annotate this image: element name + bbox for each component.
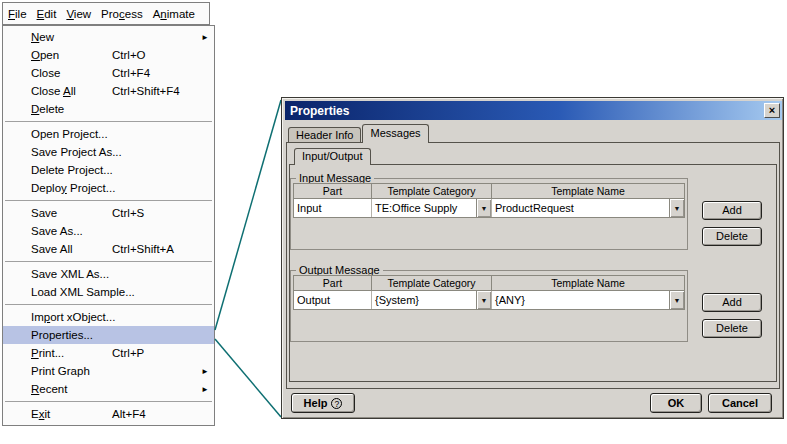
table-body: InputTE:Office Supply▼ProductRequest▼	[294, 199, 684, 217]
menu-item-label: Load XML Sample...	[31, 286, 135, 298]
table-row: InputTE:Office Supply▼ProductRequest▼	[294, 199, 684, 217]
menu-separator	[5, 200, 212, 201]
input-message-buttons: AddDelete	[702, 201, 762, 246]
callout-line-bottom	[215, 339, 281, 417]
menu-item-close-all[interactable]: Close AllCtrl+Shift+F4	[3, 82, 214, 100]
menu-item-label: Import xObject...	[31, 311, 115, 323]
tab-header-info[interactable]: Header Info	[288, 127, 361, 142]
menu-item-label: Save Project As...	[31, 146, 122, 158]
menu-item-open[interactable]: OpenCtrl+O	[3, 46, 214, 64]
menu-item-close[interactable]: CloseCtrl+F4	[3, 64, 214, 82]
column-header-template-name[interactable]: Template Name	[492, 184, 684, 199]
menu-separator	[5, 401, 212, 402]
output-message-group: Output Message PartTemplate CategoryTemp…	[290, 270, 688, 342]
dialog-titlebar[interactable]: Properties ×	[285, 101, 782, 120]
menu-item-label: Delete	[31, 103, 112, 115]
dropdown-arrow-icon[interactable]: ▼	[669, 291, 684, 309]
menu-item-recent[interactable]: Recent►	[3, 380, 214, 398]
menubar-item-edit[interactable]: Edit	[32, 5, 62, 23]
menu-item-label: Recent	[31, 383, 112, 395]
combo-value: {System}	[372, 294, 476, 306]
menu-item-save-project-as[interactable]: Save Project As...	[3, 143, 214, 161]
menu-item-save-all[interactable]: Save AllCtrl+Shift+A	[3, 240, 214, 258]
menu-item-label: Print Graph	[31, 365, 112, 377]
part-cell[interactable]: Input	[294, 199, 372, 217]
menu-item-label: Print...	[31, 347, 112, 359]
dropdown-arrow-icon[interactable]: ▼	[476, 291, 491, 309]
template-name-combo[interactable]: {ANY}▼	[492, 291, 684, 309]
help-button-label: Help	[304, 395, 328, 412]
menu-item-exit[interactable]: ExitAlt+F4	[3, 405, 214, 423]
menu-item-label: Open Project...	[31, 128, 112, 140]
menu-item-shortcut: Ctrl+S	[112, 207, 199, 219]
dialog-title: Properties	[285, 104, 349, 118]
help-button[interactable]: Help ?	[291, 393, 355, 413]
menu-item-shortcut: Alt+F4	[112, 408, 199, 420]
menu-item-label: Close	[31, 67, 112, 79]
column-header-template-category[interactable]: Template Category	[372, 276, 492, 291]
message-tab-strip: Input/Output	[294, 148, 371, 165]
menu-item-label: Close All	[31, 85, 112, 97]
table-header-row: PartTemplate CategoryTemplate Name	[294, 184, 684, 199]
menu-item-save-xml-as[interactable]: Save XML As...	[3, 265, 214, 283]
menubar-item-file[interactable]: File	[3, 5, 32, 23]
combo-value: TE:Office Supply	[372, 202, 476, 214]
menu-item-save[interactable]: SaveCtrl+S	[3, 204, 214, 222]
menu-item-print-graph[interactable]: Print Graph►	[3, 362, 214, 380]
menubar-item-process[interactable]: Process	[96, 5, 148, 23]
properties-dialog: Properties × Header InfoMessages Input/O…	[281, 97, 784, 419]
menu-item-save-as[interactable]: Save As...	[3, 222, 214, 240]
column-header-template-name[interactable]: Template Name	[492, 276, 684, 291]
add-button[interactable]: Add	[702, 293, 762, 312]
menu-item-import-xobject[interactable]: Import xObject...	[3, 308, 214, 326]
close-button[interactable]: ×	[764, 103, 780, 118]
question-mark-glyph: ?	[335, 399, 340, 409]
menu-item-shortcut: Ctrl+P	[112, 347, 199, 359]
template-category-combo[interactable]: {System}▼	[372, 291, 492, 309]
column-header-part[interactable]: Part	[294, 184, 372, 199]
menubar-item-animate[interactable]: Animate	[148, 5, 200, 23]
table-header-row: PartTemplate CategoryTemplate Name	[294, 276, 684, 291]
menu-item-label: Save All	[31, 243, 112, 255]
template-name-combo[interactable]: ProductRequest▼	[492, 199, 684, 217]
column-header-template-category[interactable]: Template Category	[372, 184, 492, 199]
menu-item-open-project[interactable]: Open Project...	[3, 125, 214, 143]
menu-item-delete-project[interactable]: Delete Project...	[3, 161, 214, 179]
dropdown-arrow-icon[interactable]: ▼	[476, 199, 491, 217]
menu-bar: FileEditViewProcessAnimate	[2, 2, 210, 25]
menu-item-new[interactable]: New►	[3, 28, 214, 46]
submenu-arrow-icon: ►	[199, 33, 209, 42]
menubar-item-view[interactable]: View	[61, 5, 96, 23]
menu-separator	[5, 261, 212, 262]
close-icon: ×	[769, 104, 775, 116]
menu-item-load-xml-sample[interactable]: Load XML Sample...	[3, 283, 214, 301]
menu-item-label: New	[31, 31, 112, 43]
tab-messages[interactable]: Messages	[362, 124, 428, 143]
template-category-combo[interactable]: TE:Office Supply▼	[372, 199, 492, 217]
cancel-button[interactable]: Cancel	[708, 393, 772, 413]
menu-item-properties[interactable]: Properties...	[3, 326, 214, 344]
part-cell[interactable]: Output	[294, 291, 372, 309]
column-header-part[interactable]: Part	[294, 276, 372, 291]
menu-item-label: Save	[31, 207, 112, 219]
menu-item-print[interactable]: Print...Ctrl+P	[3, 344, 214, 362]
table-row: Output{System}▼{ANY}▼	[294, 291, 684, 309]
help-icon: ?	[331, 398, 342, 409]
ok-button[interactable]: OK	[650, 393, 702, 413]
submenu-arrow-icon: ►	[199, 367, 209, 376]
file-menu: New►OpenCtrl+OCloseCtrl+F4Close AllCtrl+…	[2, 25, 215, 426]
delete-button[interactable]: Delete	[702, 319, 762, 338]
delete-button[interactable]: Delete	[702, 227, 762, 246]
add-button[interactable]: Add	[702, 201, 762, 220]
ok-button-label: OK	[668, 395, 685, 412]
dropdown-arrow-icon[interactable]: ▼	[669, 199, 684, 217]
menu-item-label: Exit	[31, 408, 112, 420]
menu-item-delete[interactable]: Delete	[3, 100, 214, 118]
menu-item-shortcut: Ctrl+O	[112, 49, 199, 61]
menu-item-deploy-project[interactable]: Deploy Project...	[3, 179, 214, 197]
callout-line-top	[215, 100, 281, 330]
dialog-tab-strip: Header InfoMessages	[288, 124, 429, 143]
tab-input-output[interactable]: Input/Output	[294, 148, 371, 165]
menu-item-label: Delete Project...	[31, 164, 113, 176]
screen: { "icons": { "close": "×", "submenu_arro…	[0, 0, 787, 444]
